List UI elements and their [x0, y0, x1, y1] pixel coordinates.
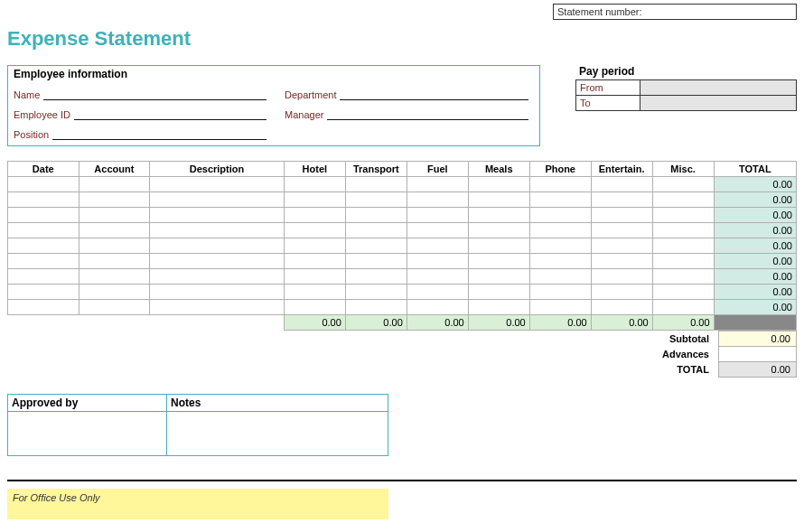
grid-cell[interactable] — [284, 254, 345, 269]
grid-cell[interactable] — [407, 269, 468, 285]
grid-cell[interactable] — [345, 208, 407, 223]
grid-cell[interactable] — [591, 223, 652, 238]
grid-cell[interactable] — [407, 208, 468, 223]
grid-cell[interactable] — [652, 285, 714, 300]
grid-cell[interactable] — [79, 238, 150, 254]
grid-cell[interactable] — [591, 254, 652, 269]
grid-cell[interactable] — [8, 300, 79, 315]
approved-by-value[interactable] — [8, 412, 166, 455]
grid-row[interactable]: 0.00 — [8, 300, 797, 315]
grid-cell[interactable] — [79, 192, 150, 208]
grid-cell[interactable] — [529, 177, 591, 192]
grid-cell[interactable] — [345, 192, 407, 208]
employee-id-field[interactable]: Employee ID — [14, 104, 285, 120]
grid-cell[interactable] — [468, 285, 529, 300]
grid-cell[interactable] — [529, 192, 591, 208]
grid-cell[interactable] — [8, 177, 79, 192]
grid-cell[interactable] — [407, 177, 468, 192]
grid-cell[interactable] — [591, 177, 652, 192]
grid-cell[interactable] — [652, 192, 714, 208]
grid-cell[interactable] — [652, 223, 714, 238]
grid-cell[interactable] — [529, 238, 591, 254]
grid-cell[interactable] — [345, 177, 407, 192]
grid-cell[interactable] — [407, 300, 468, 315]
grid-cell[interactable] — [150, 192, 285, 208]
position-field[interactable]: Position — [14, 124, 285, 140]
grid-cell[interactable] — [468, 177, 529, 192]
grid-cell[interactable] — [591, 192, 652, 208]
notes-value[interactable] — [167, 412, 388, 455]
grid-cell[interactable] — [150, 269, 285, 285]
grid-cell[interactable] — [79, 254, 150, 269]
grid-cell[interactable] — [652, 254, 714, 269]
grid-row[interactable]: 0.00 — [8, 285, 797, 300]
grid-cell[interactable] — [79, 269, 150, 285]
pay-to-row[interactable]: To — [576, 95, 796, 110]
grid-cell[interactable] — [345, 300, 407, 315]
grid-cell[interactable] — [150, 238, 285, 254]
grid-cell[interactable] — [529, 254, 591, 269]
grid-cell[interactable] — [529, 208, 591, 223]
grid-cell[interactable] — [284, 300, 345, 315]
grid-cell[interactable] — [284, 192, 345, 208]
grid-cell[interactable] — [8, 208, 79, 223]
grid-row[interactable]: 0.00 — [8, 238, 797, 254]
grid-cell[interactable] — [529, 285, 591, 300]
grid-cell[interactable] — [150, 177, 285, 192]
grid-cell[interactable] — [8, 269, 79, 285]
grid-cell[interactable] — [468, 300, 529, 315]
grid-cell[interactable] — [468, 223, 529, 238]
grid-row[interactable]: 0.00 — [8, 269, 797, 285]
grid-cell[interactable] — [591, 285, 652, 300]
grid-cell[interactable] — [407, 285, 468, 300]
grid-cell[interactable] — [591, 238, 652, 254]
grid-cell[interactable] — [652, 269, 714, 285]
grid-cell[interactable] — [468, 254, 529, 269]
grid-cell[interactable] — [345, 223, 407, 238]
grid-cell[interactable] — [79, 208, 150, 223]
grid-cell[interactable] — [468, 238, 529, 254]
department-field[interactable]: Department — [285, 84, 547, 100]
grid-cell[interactable] — [284, 285, 345, 300]
grid-cell[interactable] — [345, 254, 407, 269]
grid-cell[interactable] — [407, 192, 468, 208]
grid-cell[interactable] — [8, 285, 79, 300]
grid-cell[interactable] — [591, 300, 652, 315]
pay-from-row[interactable]: From — [576, 80, 796, 95]
grid-cell[interactable] — [652, 300, 714, 315]
grid-row[interactable]: 0.00 — [8, 223, 797, 238]
name-field[interactable]: Name — [14, 84, 285, 100]
grid-cell[interactable] — [284, 238, 345, 254]
grid-cell[interactable] — [468, 269, 529, 285]
grid-cell[interactable] — [407, 238, 468, 254]
grid-cell[interactable] — [150, 208, 285, 223]
grid-cell[interactable] — [652, 238, 714, 254]
advances-row[interactable]: Advances — [657, 347, 796, 362]
grid-cell[interactable] — [150, 285, 285, 300]
grid-cell[interactable] — [8, 238, 79, 254]
grid-cell[interactable] — [8, 223, 79, 238]
grid-cell[interactable] — [345, 269, 407, 285]
grid-cell[interactable] — [529, 269, 591, 285]
grid-cell[interactable] — [79, 177, 150, 192]
grid-cell[interactable] — [79, 300, 150, 315]
grid-row[interactable]: 0.00 — [8, 254, 797, 269]
grid-cell[interactable] — [345, 238, 407, 254]
grid-cell[interactable] — [284, 208, 345, 223]
grid-cell[interactable] — [150, 300, 285, 315]
grid-cell[interactable] — [8, 192, 79, 208]
grid-cell[interactable] — [468, 208, 529, 223]
grid-cell[interactable] — [468, 192, 529, 208]
manager-field[interactable]: Manager — [285, 104, 547, 120]
grid-cell[interactable] — [407, 223, 468, 238]
grid-row[interactable]: 0.00 — [8, 208, 797, 223]
statement-number-field[interactable]: Statement number: — [553, 4, 797, 20]
grid-cell[interactable] — [79, 285, 150, 300]
grid-cell[interactable] — [407, 254, 468, 269]
grid-row[interactable]: 0.00 — [8, 192, 797, 208]
grid-cell[interactable] — [79, 223, 150, 238]
grid-cell[interactable] — [150, 254, 285, 269]
grid-cell[interactable] — [150, 223, 285, 238]
grid-cell[interactable] — [591, 208, 652, 223]
grid-cell[interactable] — [652, 208, 714, 223]
